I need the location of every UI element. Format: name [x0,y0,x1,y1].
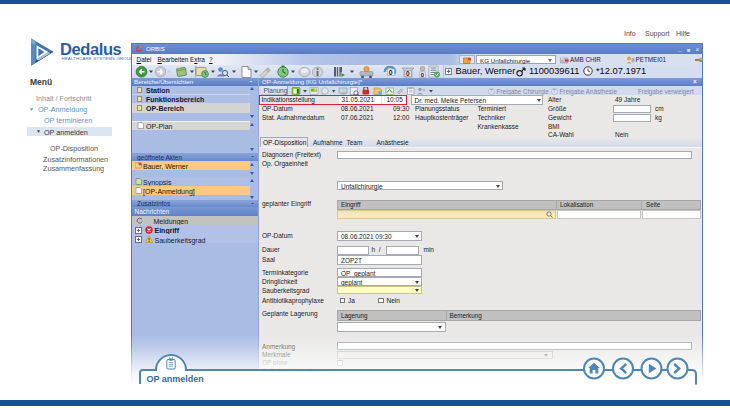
svg-text:0: 0 [406,70,410,77]
svg-text:0: 0 [389,69,393,76]
